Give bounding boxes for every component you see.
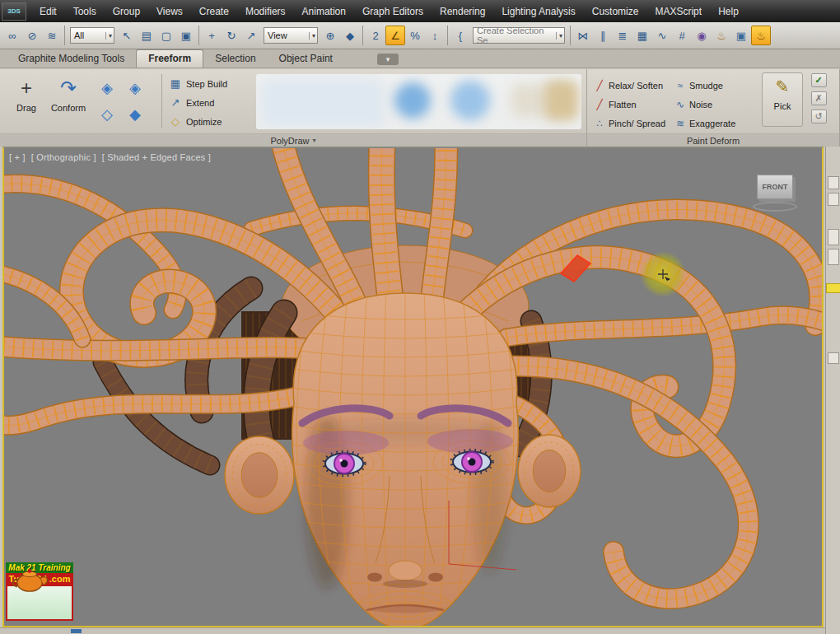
noise-button[interactable]: ∿Noise [674, 95, 750, 114]
pick-label: Pick [774, 101, 791, 111]
named-selection-set-dropdown[interactable]: Create Selection Se▾ [473, 27, 565, 44]
smudge-button[interactable]: ≈Smudge [674, 76, 750, 95]
menu-graph-editors[interactable]: Graph Editors [354, 0, 432, 22]
commit-button[interactable]: ✓ [811, 73, 827, 87]
menu-lighting-analysis[interactable]: Lighting Analysis [493, 0, 583, 22]
viewport-pov-menu[interactable]: [ Orthographic ] [31, 152, 96, 162]
bind-to-spacewarp-icon[interactable]: ≋ [42, 26, 62, 45]
material-editor-icon[interactable]: ◉ [692, 26, 712, 45]
conform-button[interactable]: ↷ Conform [46, 69, 91, 133]
edit-named-selections-icon[interactable]: { [450, 26, 470, 45]
conform-brush-4-icon[interactable]: ◆ [122, 102, 148, 127]
viewport-general-menu[interactable]: [ + ] [9, 152, 26, 162]
select-by-name-icon[interactable]: ▤ [137, 26, 156, 45]
graphite-ribbon-toggle-icon[interactable]: ▦ [632, 26, 652, 45]
application-logo[interactable]: 3DS [2, 2, 26, 21]
menu-edit[interactable]: Edit [31, 0, 65, 22]
menu-help[interactable]: Help [710, 0, 747, 22]
render-setup-icon[interactable]: ♨ [712, 26, 731, 45]
tab-object-paint[interactable]: Object Paint [268, 50, 344, 68]
schematic-view-icon[interactable]: # [672, 26, 692, 45]
mirror-icon[interactable]: ⋈ [573, 26, 593, 45]
command-panel-box[interactable] [828, 176, 839, 189]
toolbar-separator [447, 26, 448, 45]
chevron-down-icon: ▾ [313, 137, 316, 144]
align-icon[interactable]: ∥ [593, 26, 613, 45]
select-and-rotate-icon[interactable]: ↻ [222, 26, 241, 45]
extend-button[interactable]: ↗Extend [169, 93, 250, 112]
pinch-spread-button[interactable]: ∴Pinch/ Spread [594, 114, 673, 133]
smudge-icon: ≈ [674, 80, 686, 91]
layer-manager-icon[interactable]: ≣ [613, 26, 632, 45]
command-panel-box[interactable] [828, 193, 839, 206]
select-and-manipulate-icon[interactable]: ◆ [340, 26, 360, 45]
paint-deform-panel-label[interactable]: Paint Deform [587, 133, 839, 147]
step-build-button[interactable]: ▦Step Build [169, 74, 250, 93]
command-panel-box[interactable] [828, 229, 839, 245]
conform-brush-3-icon[interactable]: ◇ [94, 102, 120, 127]
unlink-selection-icon[interactable]: ⊘ [22, 26, 42, 45]
exaggerate-button[interactable]: ≋Exaggerate [674, 114, 750, 133]
selection-region-icon[interactable]: ▢ [156, 26, 176, 45]
viewport[interactable]: [ + ] [ Orthographic ] [ Shaded + Edged … [2, 147, 824, 627]
chevron-down-icon: ▾ [556, 32, 562, 40]
cancel-button[interactable]: ✗ [811, 91, 827, 105]
window-crossing-icon[interactable]: ▣ [176, 26, 196, 45]
rendered-frame-window-icon[interactable]: ▣ [731, 26, 751, 45]
pick-button[interactable]: ✎ Pick [762, 72, 803, 127]
use-pivot-center-icon[interactable]: ⊕ [320, 26, 340, 45]
command-panel-box[interactable] [828, 352, 839, 364]
conform-brush-2-icon[interactable]: ◈ [122, 76, 148, 100]
render-production-icon[interactable]: ♨ [751, 26, 771, 45]
command-panel-box[interactable] [828, 249, 839, 265]
ribbon-config-icon[interactable]: ▾ [377, 54, 399, 65]
spinner-snap-icon[interactable]: ↕ [425, 26, 445, 45]
flatten-button[interactable]: ╱Flatten [594, 95, 673, 114]
viewport-shading-menu[interactable]: [ Shaded + Edged Faces ] [102, 152, 211, 162]
modifier-highlight-bar[interactable] [826, 283, 840, 293]
polydraw-buttons: ▦Step Build↗Extend◇Optimize [166, 69, 250, 133]
viewcube-front-face[interactable]: FRONT [757, 175, 793, 199]
named-selection-set-dropdown-value: Create Selection Se [477, 26, 553, 45]
select-and-scale-icon[interactable]: ↗ [241, 26, 261, 45]
tab-selection[interactable]: Selection [203, 50, 267, 68]
menu-rendering[interactable]: Rendering [432, 0, 493, 22]
drag-button[interactable]: + Drag [7, 69, 46, 133]
percent-snap-icon[interactable]: % [405, 26, 425, 45]
angle-snap-icon[interactable]: ∠ [385, 26, 405, 45]
toolbar-separator [198, 26, 199, 45]
pinch-spread-label: Pinch/ Spread [609, 119, 665, 128]
conform-brush-1-icon[interactable]: ◈ [94, 76, 120, 100]
menu-maxscript[interactable]: MAXScript [646, 0, 710, 22]
menu-group[interactable]: Group [105, 0, 148, 22]
selection-filter-dropdown[interactable]: All▾ [70, 27, 114, 44]
toolbar-separator [362, 26, 363, 45]
reference-coordinate-dropdown[interactable]: View▾ [264, 27, 318, 44]
tab-freeform[interactable]: Freeform [136, 49, 203, 68]
polydraw-panel-label[interactable]: PolyDraw ▾ [0, 133, 586, 147]
pick-pencil-icon: ✎ [776, 77, 790, 101]
optimize-button[interactable]: ◇Optimize [169, 112, 250, 131]
command-panel-strip[interactable] [825, 147, 840, 634]
curve-editor-icon[interactable]: ∿ [652, 26, 672, 45]
ribbon-tabs: Graphite Modeling ToolsFreeformSelection… [7, 49, 344, 68]
snap-toggle-2d-icon[interactable]: 2 [366, 26, 385, 45]
paint-deform-side-buttons: ✓ ✗ ↺ [808, 69, 829, 133]
select-object-icon[interactable]: ↖ [117, 26, 137, 45]
selection-filter-dropdown-value: All [74, 30, 84, 40]
tab-graphite-modeling-tools[interactable]: Graphite Modeling Tools [7, 50, 136, 68]
menu-create[interactable]: Create [191, 0, 237, 22]
revert-button[interactable]: ↺ [811, 110, 827, 124]
menu-views[interactable]: Views [148, 0, 191, 22]
viewcube[interactable]: FRONT [751, 175, 799, 212]
menu-customize[interactable]: Customize [584, 0, 647, 22]
viewcube-ring[interactable] [753, 202, 797, 212]
relax-soften-button[interactable]: ╱Relax/ Soften [594, 76, 673, 95]
select-and-move-icon[interactable]: + [202, 26, 222, 45]
select-and-link-icon[interactable]: ∞ [2, 26, 22, 45]
viewport-canvas[interactable] [4, 148, 822, 626]
menu-tools[interactable]: Tools [65, 0, 105, 22]
noise-label: Noise [689, 100, 712, 110]
menu-animation[interactable]: Animation [294, 0, 354, 22]
menu-modifiers[interactable]: Modifiers [237, 0, 294, 22]
